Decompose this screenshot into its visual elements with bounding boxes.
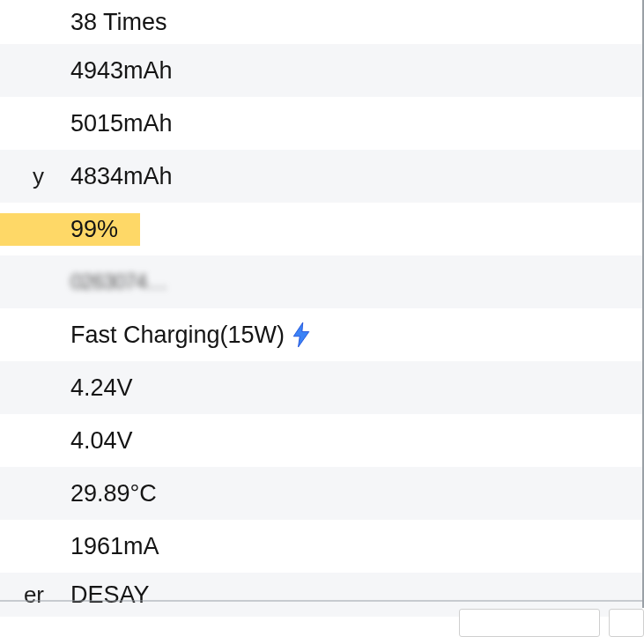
row-label: er	[0, 581, 70, 609]
row-value-redacted: 0263074…	[70, 270, 167, 294]
highlight-badge: 99%	[0, 213, 140, 246]
list-item: 4943mAh	[0, 44, 642, 97]
row-label: y	[0, 163, 70, 190]
row-value: Fast Charging(15W)	[70, 322, 311, 349]
list-item: 1961mA	[0, 520, 642, 573]
row-value: DESAY	[70, 581, 150, 609]
spec-list: 38 Times 4943mAh 5015mAh y 4834mAh 99% 0…	[0, 0, 644, 608]
divider	[0, 600, 644, 602]
footer-button-small[interactable]	[609, 609, 644, 637]
row-value: 99%	[70, 213, 118, 246]
footer-button[interactable]	[459, 609, 600, 637]
row-value: 4.04V	[70, 427, 133, 455]
row-value: 4.24V	[70, 374, 133, 402]
list-item: 4.24V	[0, 361, 642, 414]
list-item: Fast Charging(15W)	[0, 308, 642, 361]
row-value: 1961mA	[70, 533, 159, 560]
row-value: 5015mAh	[70, 110, 173, 137]
bolt-icon	[292, 322, 311, 347]
row-value: 29.89°C	[70, 480, 157, 507]
list-item: 38 Times	[0, 0, 642, 44]
list-item: 5015mAh	[0, 97, 642, 150]
fast-charging-text: Fast Charging(15W)	[70, 322, 285, 349]
list-item: y 4834mAh	[0, 150, 642, 203]
list-item: 99%	[0, 203, 642, 255]
list-item: 29.89°C	[0, 467, 642, 520]
list-item: 0263074…	[0, 255, 642, 308]
row-value: 38 Times	[70, 9, 167, 36]
row-value: 4943mAh	[70, 57, 173, 85]
row-value: 4834mAh	[70, 163, 173, 190]
list-item: 4.04V	[0, 414, 642, 467]
